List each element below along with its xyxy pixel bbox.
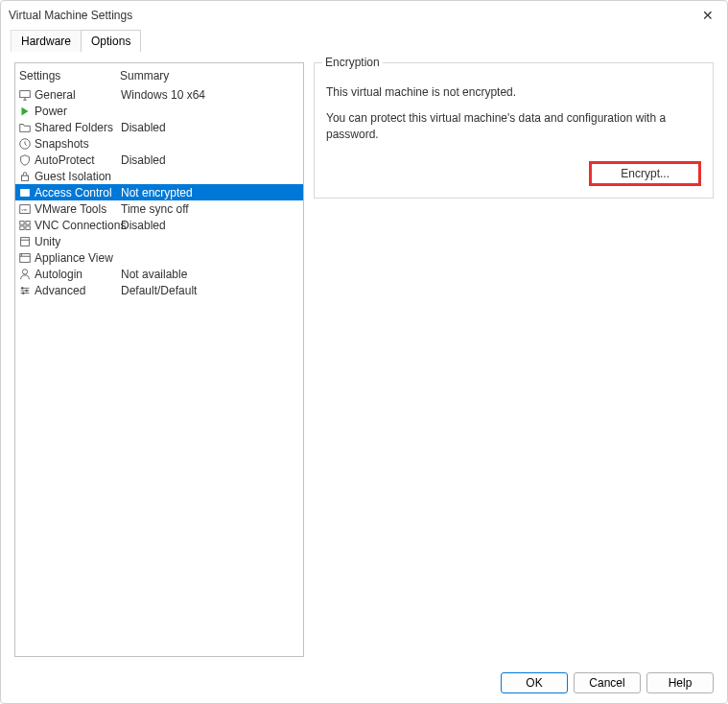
settings-list: Settings Summary General Windows 10 x64 … [14,62,304,657]
settings-icon [17,283,33,298]
row-summary: Not encrypted [121,186,301,199]
groupbox-label: Encryption [322,56,383,69]
svg-marker-3 [22,106,29,115]
list-item-unity[interactable]: Unity [15,233,303,249]
right-panel: Encryption This virtual machine is not e… [314,62,714,661]
encryption-status: This virtual machine is not encrypted. [326,84,701,101]
vm-icon: vm [17,201,33,217]
browser-icon [17,250,33,266]
row-summary: Default/Default [121,284,301,297]
list-item-snapshots[interactable]: Snapshots [15,135,303,152]
row-summary: Windows 10 x64 [121,88,301,102]
row-summary: Time sync off [121,202,301,216]
row-name: Guest Isolation [35,170,121,183]
list-item-vnc-connections[interactable]: VNC Connections Disabled [15,217,303,233]
list-header: Settings Summary [15,63,303,86]
window-icon [17,234,33,249]
encrypt-button-highlight: Encrypt... [589,161,701,186]
row-name: Advanced [35,284,121,297]
svg-rect-10 [20,221,24,224]
row-summary: Disabled [121,219,301,232]
svg-rect-13 [26,225,30,229]
grid-icon [17,218,33,233]
row-summary: Disabled [121,121,301,134]
row-name: Shared Folders [35,121,121,134]
svg-text:vm: vm [22,206,28,211]
monitor-icon [17,87,33,103]
row-name: General [35,88,121,102]
svg-point-19 [22,269,27,273]
tab-hardware[interactable]: Hardware [11,30,82,52]
list-item-advanced[interactable]: Advanced Default/Default [15,282,303,298]
cancel-button[interactable]: Cancel [574,672,641,693]
titlebar: Virtual Machine Settings ✕ [1,1,727,30]
svg-point-20 [22,287,24,289]
row-name: Power [35,105,121,118]
svg-rect-14 [21,237,30,246]
svg-rect-11 [26,221,30,224]
row-summary: Not available [121,268,301,281]
key-icon [17,185,33,200]
encryption-info: You can protect this virtual machine's d… [326,110,701,143]
content-area: Settings Summary General Windows 10 x64 … [1,53,727,674]
list-item-autologin[interactable]: Autologin Not available [15,266,303,282]
svg-point-22 [22,292,24,293]
encrypt-button-wrap: Encrypt... [326,161,701,186]
encryption-groupbox: Encryption This virtual machine is not e… [314,62,714,199]
list-item-vmware-tools[interactable]: vm VMware Tools Time sync off [15,200,303,217]
row-name: VNC Connections [35,219,121,232]
list-item-shared-folders[interactable]: Shared Folders Disabled [15,119,303,135]
row-name: Access Control [35,186,121,199]
svg-point-21 [26,290,28,292]
svg-rect-5 [22,176,29,180]
tab-options[interactable]: Options [81,30,141,52]
ok-button[interactable]: OK [501,672,568,693]
tabs: Hardware Options [1,30,727,53]
row-name: VMware Tools [35,202,121,216]
row-name: Appliance View [35,251,121,265]
svg-rect-7 [22,191,24,193]
list-item-general[interactable]: General Windows 10 x64 [15,86,303,103]
row-name: AutoProtect [35,153,121,167]
shield-icon [17,153,33,168]
clock-icon [17,136,33,152]
encrypt-button[interactable]: Encrypt... [621,167,669,180]
list-item-autoprotect[interactable]: AutoProtect Disabled [15,152,303,168]
row-summary: Disabled [121,153,301,167]
list-item-access-control[interactable]: Access Control Not encrypted [15,184,303,200]
list-item-appliance-view[interactable]: Appliance View [15,249,303,266]
svg-rect-12 [20,225,24,229]
folder-icon [17,120,33,135]
list-item-guest-isolation[interactable]: Guest Isolation [15,168,303,184]
help-button[interactable]: Help [646,672,714,693]
row-name: Snapshots [35,137,121,151]
user-icon [17,267,33,282]
close-icon[interactable]: ✕ [696,4,719,27]
window-title: Virtual Machine Settings [9,9,696,22]
bottom-buttons: OK Cancel Help [501,672,714,693]
row-name: Unity [35,235,121,248]
list-item-power[interactable]: Power [15,103,303,119]
lock-icon [17,169,33,184]
play-icon [17,104,33,119]
header-settings: Settings [19,69,120,82]
svg-rect-0 [20,90,31,97]
svg-point-18 [21,254,22,255]
header-summary: Summary [120,69,299,82]
row-name: Autologin [35,268,121,281]
